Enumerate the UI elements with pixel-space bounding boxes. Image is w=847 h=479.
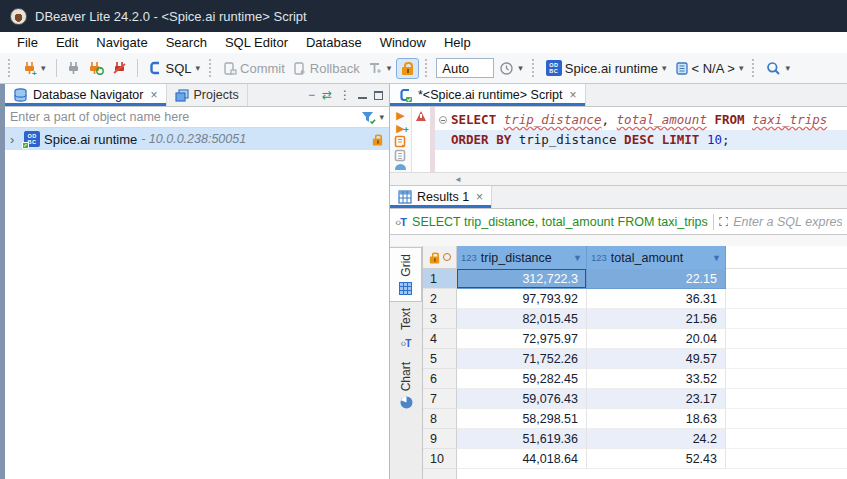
cell-total_amount[interactable]: 18.63 — [587, 409, 726, 429]
object-name-filter[interactable]: Enter a part of object name here ▾ — [5, 107, 389, 128]
row-number[interactable]: 2 — [423, 289, 457, 309]
filter-expression-placeholder[interactable]: Enter a SQL expression to — [733, 215, 842, 229]
execute-new-tab-icon[interactable]: ▶ — [396, 122, 404, 134]
cell-trip_distance[interactable]: 312,722.3 — [457, 269, 587, 289]
table-row-9[interactable]: 951,619.3624.2 — [423, 429, 847, 449]
chevron-down-icon[interactable]: ▾ — [196, 63, 201, 73]
cell-trip_distance[interactable]: 72,975.97 — [457, 329, 587, 349]
grid-corner-cell[interactable] — [423, 246, 457, 269]
row-number[interactable]: 7 — [423, 389, 457, 409]
maximize-icon[interactable] — [374, 91, 383, 100]
transaction-log-button[interactable]: ▾ — [365, 59, 395, 78]
chevron-down-icon[interactable]: ▾ — [739, 63, 744, 73]
explain-plan-icon[interactable] — [395, 164, 406, 170]
tab-sql-script[interactable]: *<Spice.ai runtime> Script × — [390, 84, 586, 106]
cell-total_amount[interactable]: 24.2 — [587, 429, 726, 449]
sql-line-2[interactable]: ORDER BY trip_distance DESC LIMIT 10; — [435, 130, 847, 150]
active-connection-selector[interactable]: ODBC Spice.ai runtime ▾ — [543, 58, 670, 78]
menu-file[interactable]: File — [8, 35, 47, 50]
close-icon[interactable]: × — [570, 88, 577, 102]
menu-search[interactable]: Search — [157, 35, 216, 50]
search-button[interactable]: ▾ — [763, 59, 793, 78]
sql-line-1[interactable]: SELECT trip_distance, total_amount FROM … — [435, 110, 847, 130]
table-row-5[interactable]: 571,752.2649.57 — [423, 349, 847, 369]
results-filter-bar[interactable]: ‹›T SELECT trip_distance, total_amount F… — [390, 209, 847, 235]
new-connection-button[interactable]: + ▾ — [19, 59, 49, 78]
execute-statement-icon[interactable]: ▶ — [396, 109, 404, 121]
commit-button[interactable]: Commit — [220, 59, 288, 78]
menu-navigate[interactable]: Navigate — [87, 35, 156, 50]
table-row-1[interactable]: 1312,722.322.15 — [423, 269, 847, 289]
table-row-2[interactable]: 297,793.9236.31 — [423, 289, 847, 309]
results-filter-sql[interactable]: SELECT trip_distance, total_amount FROM … — [412, 215, 708, 229]
sort-dropdown-icon[interactable]: ▼ — [712, 253, 721, 263]
cell-trip_distance[interactable]: 71,752.26 — [457, 349, 587, 369]
close-icon[interactable]: × — [476, 190, 483, 204]
execute-script-icon[interactable] — [394, 135, 407, 148]
column-header-trip_distance[interactable]: 123trip_distance▼ — [457, 246, 587, 269]
tab-projects[interactable]: Projects — [167, 84, 248, 106]
row-number[interactable]: 10 — [423, 449, 457, 469]
new-sql-editor-button[interactable]: SQL ▾ — [145, 58, 204, 78]
editor-hscrollbar[interactable]: ◄ — [390, 172, 847, 186]
view-tab-text[interactable]: Text‹›T — [390, 302, 422, 356]
autocommit-combo[interactable]: Auto — [436, 58, 494, 78]
view-menu-icon[interactable]: ⋮ — [339, 89, 351, 101]
row-number[interactable]: 4 — [423, 329, 457, 349]
menu-sql-editor[interactable]: SQL Editor — [216, 35, 297, 50]
cell-trip_distance[interactable]: 51,619.36 — [457, 429, 587, 449]
table-row-10[interactable]: 1044,018.6452.43 — [423, 449, 847, 469]
cell-total_amount[interactable]: 21.56 — [587, 309, 726, 329]
sort-dropdown-icon[interactable]: ▼ — [573, 253, 582, 263]
table-row-8[interactable]: 858,298.5118.63 — [423, 409, 847, 429]
column-header-total_amount[interactable]: 123total_amount▼ — [587, 246, 726, 269]
menu-database[interactable]: Database — [297, 35, 371, 50]
row-number[interactable]: 1 — [423, 269, 457, 289]
chevron-down-icon[interactable]: ▾ — [41, 63, 46, 73]
cell-trip_distance[interactable]: 82,015.45 — [457, 309, 587, 329]
disconnect-button[interactable] — [109, 59, 130, 78]
view-tab-chart[interactable]: Chart — [390, 356, 422, 415]
expand-filter-icon[interactable] — [719, 215, 729, 228]
menu-help[interactable]: Help — [435, 35, 480, 50]
cell-total_amount[interactable]: 52.43 — [587, 449, 726, 469]
tab-results-1[interactable]: Results 1 × — [390, 186, 492, 208]
cell-total_amount[interactable]: 33.52 — [587, 369, 726, 389]
scroll-left-arrow-icon[interactable]: ◄ — [454, 175, 462, 184]
tab-database-navigator[interactable]: Database Navigator × — [5, 84, 167, 106]
expander-icon[interactable]: › — [10, 132, 20, 147]
transaction-history-button[interactable]: ▾ — [496, 59, 526, 78]
sql-code[interactable]: SELECT trip_distance, total_amount FROM … — [435, 107, 847, 172]
sql-editor[interactable]: ▶ ▶ SELECT trip_distance, total_amount F… — [390, 107, 847, 172]
menu-edit[interactable]: Edit — [47, 35, 87, 50]
table-row-3[interactable]: 382,015.4521.56 — [423, 309, 847, 329]
view-tab-grid[interactable]: Grid — [390, 247, 422, 302]
reconnect-button[interactable] — [85, 59, 107, 78]
row-number[interactable]: 5 — [423, 349, 457, 369]
connection-lock-toggle[interactable] — [396, 58, 419, 79]
chevron-down-icon[interactable]: ▾ — [387, 63, 392, 73]
connection-tree-item[interactable]: › ODBC ✓ Spice.ai runtime - 10.0.0.238:5… — [5, 128, 389, 150]
close-icon[interactable]: × — [150, 88, 157, 102]
chevron-down-icon[interactable]: ▾ — [379, 112, 384, 122]
cell-total_amount[interactable]: 36.31 — [587, 289, 726, 309]
rollback-button[interactable]: Rollback — [290, 59, 363, 78]
table-row-4[interactable]: 472,975.9720.04 — [423, 329, 847, 349]
chevron-down-icon[interactable]: ▾ — [662, 63, 667, 73]
menu-window[interactable]: Window — [371, 35, 435, 50]
minimize-icon[interactable] — [358, 91, 367, 99]
cell-trip_distance[interactable]: 97,793.92 — [457, 289, 587, 309]
cell-trip_distance[interactable]: 59,076.43 — [457, 389, 587, 409]
cell-total_amount[interactable]: 20.04 — [587, 329, 726, 349]
filter-funnel-icon[interactable] — [361, 110, 378, 125]
cell-trip_distance[interactable]: 44,018.64 — [457, 449, 587, 469]
chevron-down-icon[interactable]: ▾ — [518, 63, 523, 73]
table-row-7[interactable]: 759,076.4323.17 — [423, 389, 847, 409]
cell-trip_distance[interactable]: 58,298.51 — [457, 409, 587, 429]
chevron-down-icon[interactable]: ▾ — [785, 63, 790, 73]
fold-collapse-icon[interactable] — [439, 116, 447, 124]
table-row-6[interactable]: 659,282.4533.52 — [423, 369, 847, 389]
active-schema-selector[interactable]: < N/A > ▾ — [672, 59, 747, 78]
row-number[interactable]: 3 — [423, 309, 457, 329]
cell-trip_distance[interactable]: 59,282.45 — [457, 369, 587, 389]
